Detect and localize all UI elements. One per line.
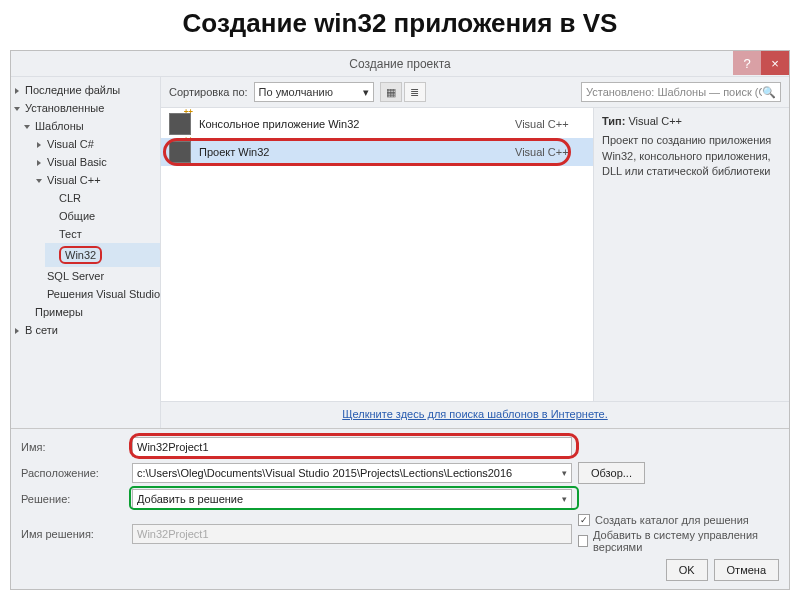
tree-visual-cpp[interactable]: Visual C++ xyxy=(33,171,160,189)
type-label: Тип: xyxy=(602,115,625,127)
tree-visual-csharp[interactable]: Visual C# xyxy=(33,135,160,153)
browse-button[interactable]: Обзор... xyxy=(578,462,645,484)
tree-visual-basic[interactable]: Visual Basic xyxy=(33,153,160,171)
create-dir-checkbox[interactable]: ✓ xyxy=(578,514,590,526)
add-scm-checkbox[interactable] xyxy=(578,535,588,547)
help-button[interactable]: ? xyxy=(733,51,761,75)
template-name: Консольное приложение Win32 xyxy=(199,118,507,130)
location-label: Расположение: xyxy=(21,467,126,479)
chevron-down-icon: ▾ xyxy=(363,86,369,99)
tree-common[interactable]: Общие xyxy=(45,207,160,225)
add-scm-label: Добавить в систему управления версиями xyxy=(593,529,768,553)
location-value: c:\Users\Oleg\Documents\Visual Studio 20… xyxy=(137,467,512,479)
template-name: Проект Win32 xyxy=(199,146,507,158)
cpp-project-icon xyxy=(169,141,191,163)
form-area: Имя: Win32Project1 Расположение: c:\User… xyxy=(11,428,789,589)
tree-test[interactable]: Тест xyxy=(45,225,160,243)
search-icon: 🔍 xyxy=(762,86,776,99)
tree-online[interactable]: В сети xyxy=(11,321,160,339)
name-label: Имя: xyxy=(21,441,126,453)
type-description: Проект по созданию приложения Win32, кон… xyxy=(602,133,781,179)
toolbar: Сортировка по: По умолчанию ▾ ▦ ≣ Устано… xyxy=(161,77,789,108)
cpp-project-icon xyxy=(169,113,191,135)
tree-clr[interactable]: CLR xyxy=(45,189,160,207)
tree-vs-solutions[interactable]: Решения Visual Studio xyxy=(33,285,160,303)
solution-name-label: Имя решения: xyxy=(21,528,126,540)
highlight-win32: Win32 xyxy=(59,246,102,264)
sort-label: Сортировка по: xyxy=(169,86,248,98)
type-value: Visual C++ xyxy=(628,115,682,127)
tree-templates[interactable]: Шаблоны xyxy=(21,117,160,135)
tree-installed[interactable]: Установленные xyxy=(11,99,160,117)
tree-win32[interactable]: Win32 xyxy=(45,243,160,267)
sort-value: По умолчанию xyxy=(259,86,333,98)
sort-combo[interactable]: По умолчанию ▾ xyxy=(254,82,374,102)
search-input[interactable]: Установлено: Шаблоны — поиск (Ctr 🔍 xyxy=(581,82,781,102)
template-console-win32[interactable]: Консольное приложение Win32 Visual C++ xyxy=(161,110,593,138)
template-win32-project[interactable]: Проект Win32 Visual C++ xyxy=(161,138,593,166)
cancel-button[interactable]: Отмена xyxy=(714,559,779,581)
template-lang: Visual C++ xyxy=(515,146,585,158)
search-placeholder: Установлено: Шаблоны — поиск (Ctr xyxy=(586,86,762,98)
solution-combo[interactable]: Добавить в решение xyxy=(132,489,572,509)
solution-name-input: Win32Project1 xyxy=(132,524,572,544)
solution-value: Добавить в решение xyxy=(137,493,243,505)
tree-recent[interactable]: Последние файлы xyxy=(11,81,160,99)
titlebar: Создание проекта ? × xyxy=(11,51,789,77)
dialog-title: Создание проекта xyxy=(11,57,789,71)
online-templates-link[interactable]: Щелкните здесь для поиска шаблонов в Инт… xyxy=(342,408,607,420)
template-lang: Visual C++ xyxy=(515,118,585,130)
view-grid-icon[interactable]: ▦ xyxy=(380,82,402,102)
template-list: Консольное приложение Win32 Visual C++ П… xyxy=(161,108,594,401)
description-pane: Тип: Visual C++ Проект по созданию прило… xyxy=(594,108,789,401)
tree-examples[interactable]: Примеры xyxy=(21,303,160,321)
create-dir-label: Создать каталог для решения xyxy=(595,514,749,526)
solution-label: Решение: xyxy=(21,493,126,505)
new-project-dialog: Создание проекта ? × Последние файлы Уст… xyxy=(10,50,790,590)
close-button[interactable]: × xyxy=(761,51,789,75)
tree-sql-server[interactable]: SQL Server xyxy=(33,267,160,285)
slide-title: Создание win32 приложения в VS xyxy=(0,0,800,45)
view-list-icon[interactable]: ≣ xyxy=(404,82,426,102)
name-input[interactable]: Win32Project1 xyxy=(132,437,572,457)
category-tree: Последние файлы Установленные Шаблоны Vi… xyxy=(11,77,161,428)
ok-button[interactable]: OK xyxy=(666,559,708,581)
location-input[interactable]: c:\Users\Oleg\Documents\Visual Studio 20… xyxy=(132,463,572,483)
